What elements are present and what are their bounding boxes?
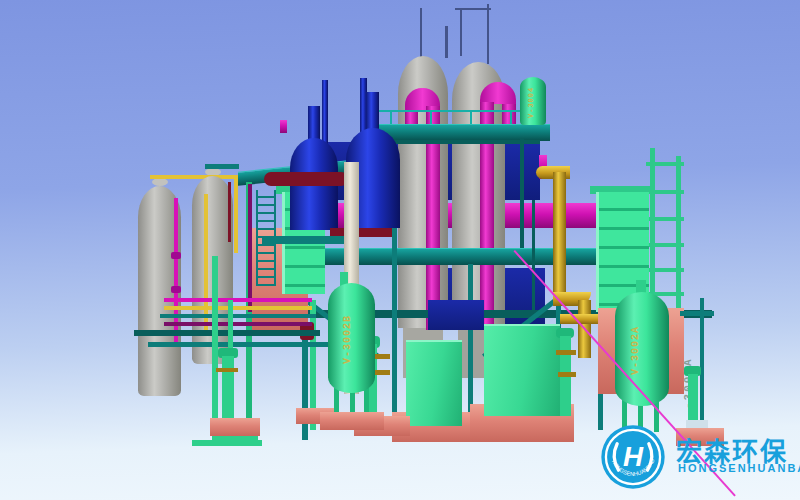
blue-stack (322, 80, 328, 144)
magenta-pipe-arc (480, 82, 516, 104)
tank-manhole (152, 178, 168, 186)
pump-piping (216, 368, 238, 372)
valve (171, 286, 181, 293)
pipe-rack-post (650, 148, 655, 316)
green-pipe-run (192, 440, 262, 446)
crane-beam (455, 8, 491, 10)
handrail-post (390, 112, 392, 124)
yellow-pipe-run (164, 306, 312, 310)
dark-pipe-run (148, 342, 328, 347)
logo-mark-icon: H HONGSENHUANBAO (600, 424, 666, 490)
handrail-post (430, 112, 432, 124)
pipe-rack-rail (646, 243, 684, 247)
green-tank-box (406, 340, 462, 426)
blue-vessel-neck (308, 106, 320, 142)
purple-pipe-run (164, 322, 312, 326)
vessel-v3002a (615, 292, 669, 406)
pump-piping (556, 350, 576, 355)
thin-pipe (532, 200, 535, 320)
vessel-label: V-3004 (527, 81, 535, 123)
purple-pipe (248, 184, 252, 312)
crane-cable (420, 8, 422, 58)
pipe-rack-rail (646, 217, 684, 221)
steel-beam (262, 236, 346, 244)
blue-vessel-neck (366, 92, 379, 132)
yellow-pipe (204, 194, 208, 334)
logo-english-name: HONGSENHUANBAO (678, 462, 800, 474)
blue-equipment (428, 300, 484, 330)
foundation (320, 412, 384, 430)
deck-edge (380, 140, 540, 144)
logo-monogram: H (623, 441, 644, 472)
yellow-pipe (234, 175, 238, 253)
company-logo: H HONGSENHUANBAO 宏森环保 HONGSENHUANBAO (596, 420, 796, 496)
3d-model-viewport[interactable]: V-3004 V-3002B (0, 0, 800, 500)
steel-column (392, 214, 397, 436)
magenta-pipe-run (164, 298, 312, 302)
maroon-drum (264, 172, 348, 186)
pump-pedestal (210, 418, 260, 436)
vent-stack (445, 26, 448, 58)
vertical-pump (688, 374, 698, 426)
yellow-pipe (150, 175, 238, 179)
pipe-rack-rail (646, 268, 684, 272)
pump-piping (558, 372, 576, 377)
vertical-pump (222, 356, 234, 418)
handrail-post (470, 112, 472, 124)
vessel-label: V-3002B (342, 292, 353, 386)
teal-pipe-run (160, 314, 316, 318)
magenta-nozzle (280, 120, 287, 133)
crane-cable (487, 4, 489, 64)
crane-cable (460, 8, 462, 56)
thin-pipe (680, 311, 714, 316)
gold-pipe-riser (553, 172, 566, 298)
maroon-pipe (228, 182, 231, 242)
handrail-post (510, 112, 512, 124)
teal-pipe (205, 164, 239, 169)
dark-pipe-run (134, 330, 320, 336)
pipe-rack-rail (646, 162, 684, 166)
valve (171, 252, 181, 259)
green-pipe (212, 256, 218, 442)
green-tank-box (484, 324, 560, 416)
thin-pipe (520, 138, 524, 248)
